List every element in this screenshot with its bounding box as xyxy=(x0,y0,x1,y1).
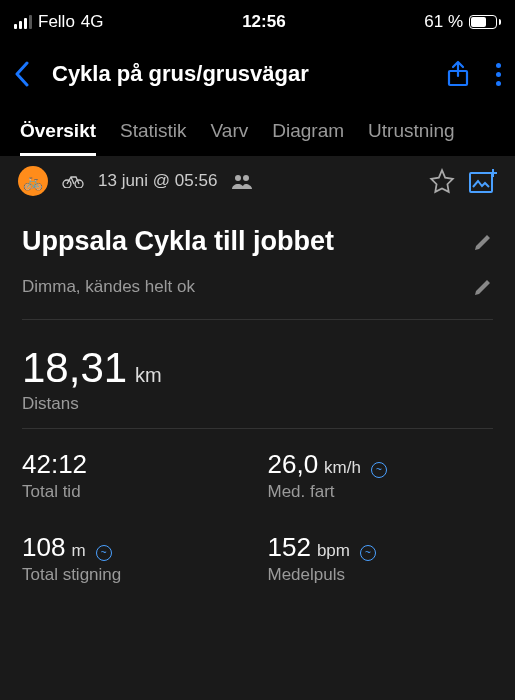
total-time-cell: 42:12 Total tid xyxy=(22,449,248,502)
distance-unit: km xyxy=(135,364,162,387)
clock: 12:56 xyxy=(242,12,285,32)
edit-title-button[interactable] xyxy=(473,232,493,252)
network-label: 4G xyxy=(81,12,104,32)
activity-type-icon: 🚲 xyxy=(18,166,48,196)
tab-bar: Översikt Statistik Varv Diagram Utrustni… xyxy=(0,104,515,156)
svg-point-4 xyxy=(243,175,249,181)
title-row: Uppsala Cykla till jobbet xyxy=(0,206,515,261)
total-time-value: 42:12 xyxy=(22,449,87,480)
battery-percent: 61 % xyxy=(424,12,463,32)
favorite-button[interactable] xyxy=(429,168,455,194)
tab-diagram[interactable]: Diagram xyxy=(272,120,344,156)
activity-summary-row: 🚲 13 juni @ 05:56 xyxy=(0,156,515,206)
tab-laps[interactable]: Varv xyxy=(211,120,249,156)
ascent-unit: m xyxy=(71,541,85,561)
add-photo-button[interactable] xyxy=(469,169,497,193)
avg-speed-cell: 26,0 km/h ~ Med. fart xyxy=(268,449,494,502)
back-button[interactable] xyxy=(14,61,42,87)
more-menu-button[interactable] xyxy=(496,63,501,86)
total-time-label: Total tid xyxy=(22,482,248,502)
tab-statistics[interactable]: Statistik xyxy=(120,120,187,156)
people-icon[interactable] xyxy=(231,173,253,189)
svg-rect-5 xyxy=(470,173,492,192)
avg-hr-label: Medelpuls xyxy=(268,565,494,585)
tab-equipment[interactable]: Utrustning xyxy=(368,120,455,156)
info-icon[interactable]: ~ xyxy=(96,545,112,561)
avg-speed-label: Med. fart xyxy=(268,482,494,502)
activity-date: 13 juni @ 05:56 xyxy=(98,171,217,191)
avg-hr-unit: bpm xyxy=(317,541,350,561)
status-right: 61 % xyxy=(424,12,501,32)
header: Cykla på grus/grusvägar xyxy=(0,44,515,104)
battery-icon xyxy=(469,15,501,29)
stats-grid: 42:12 Total tid 26,0 km/h ~ Med. fart 10… xyxy=(0,429,515,609)
page-title: Cykla på grus/grusvägar xyxy=(52,61,436,87)
ascent-cell: 108 m ~ Total stigning xyxy=(22,532,248,585)
svg-point-3 xyxy=(235,175,241,181)
share-button[interactable] xyxy=(446,60,470,88)
distance-cell: 18,31 km Distans xyxy=(0,320,515,428)
ascent-value: 108 xyxy=(22,532,65,563)
activity-title: Uppsala Cykla till jobbet xyxy=(22,226,334,257)
avg-speed-value: 26,0 xyxy=(268,449,319,480)
info-icon[interactable]: ~ xyxy=(360,545,376,561)
avg-hr-cell: 152 bpm ~ Medelpuls xyxy=(268,532,494,585)
sport-icon xyxy=(62,174,84,188)
ascent-label: Total stigning xyxy=(22,565,248,585)
tab-overview[interactable]: Översikt xyxy=(20,120,96,156)
carrier-label: Fello xyxy=(38,12,75,32)
signal-icon xyxy=(14,15,32,29)
status-bar: Fello 4G 12:56 61 % xyxy=(0,0,515,44)
notes-row: Dimma, kändes helt ok xyxy=(0,261,515,319)
avg-speed-unit: km/h xyxy=(324,458,361,478)
distance-label: Distans xyxy=(22,394,493,414)
info-icon[interactable]: ~ xyxy=(371,462,387,478)
edit-notes-button[interactable] xyxy=(473,277,493,297)
avg-hr-value: 152 xyxy=(268,532,311,563)
status-left: Fello 4G xyxy=(14,12,104,32)
activity-notes: Dimma, kändes helt ok xyxy=(22,277,195,297)
distance-value: 18,31 xyxy=(22,344,127,392)
